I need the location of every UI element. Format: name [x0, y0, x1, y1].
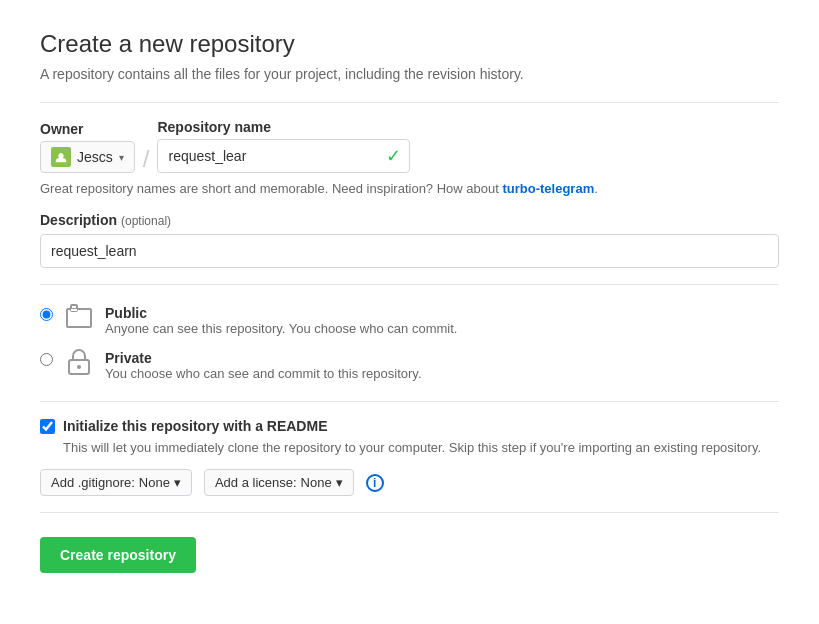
- description-optional: (optional): [121, 214, 171, 228]
- create-repository-button[interactable]: Create repository: [40, 537, 196, 573]
- svg-rect-2: [71, 309, 77, 311]
- gitignore-label: Add .gitignore:: [51, 475, 135, 490]
- public-details: Public Anyone can see this repository. Y…: [105, 305, 457, 336]
- private-title: Private: [105, 350, 422, 366]
- license-label: Add a license:: [215, 475, 297, 490]
- init-label: Initialize this repository with a README: [63, 418, 327, 434]
- page-title: Create a new repository: [40, 30, 779, 58]
- info-icon[interactable]: i: [366, 474, 384, 492]
- owner-svg-icon: [54, 150, 68, 164]
- page-container: Create a new repository A repository con…: [0, 0, 819, 603]
- repo-input-wrapper: request_lear ✓: [157, 139, 410, 173]
- submit-section: Create repository: [40, 537, 779, 573]
- owner-field-group: Owner Jescs ▾: [40, 121, 135, 173]
- visibility-private-option: Private You choose who can see and commi…: [40, 350, 779, 381]
- check-icon: ✓: [378, 140, 409, 172]
- license-value: None: [301, 475, 332, 490]
- private-icon: [63, 346, 95, 378]
- description-label: Description(optional): [40, 212, 779, 228]
- license-caret-icon: ▾: [336, 475, 343, 490]
- divider-visibility: [40, 284, 779, 285]
- gitignore-dropdown[interactable]: Add .gitignore: None ▾: [40, 469, 192, 496]
- owner-avatar-icon: [51, 147, 71, 167]
- init-section: Initialize this repository with a README…: [40, 418, 779, 496]
- visibility-public-radio[interactable]: [40, 308, 53, 321]
- divider-top: [40, 102, 779, 103]
- visibility-public-option: Public Anyone can see this repository. Y…: [40, 305, 779, 336]
- public-icon: [63, 301, 95, 333]
- private-details: Private You choose who can see and commi…: [105, 350, 422, 381]
- visibility-private-radio[interactable]: [40, 353, 53, 366]
- hint-after: .: [594, 181, 598, 196]
- init-checkbox-row: Initialize this repository with a README: [40, 418, 779, 434]
- description-input[interactable]: [40, 234, 779, 268]
- hint-text: Great repository names are short and mem…: [40, 181, 779, 196]
- extras-row: Add .gitignore: None ▾ Add a license: No…: [40, 469, 779, 496]
- divider-init: [40, 401, 779, 402]
- svg-rect-0: [67, 309, 91, 327]
- private-desc: You choose who can see and commit to thi…: [105, 366, 422, 381]
- slash-separator: /: [143, 147, 150, 173]
- owner-repo-row: Owner Jescs ▾ / Repository name request_…: [40, 119, 779, 173]
- hint-before: Great repository names are short and mem…: [40, 181, 502, 196]
- init-desc: This will let you immediately clone the …: [63, 440, 779, 455]
- gitignore-caret-icon: ▾: [174, 475, 181, 490]
- license-dropdown[interactable]: Add a license: None ▾: [204, 469, 354, 496]
- visibility-section: Public Anyone can see this repository. Y…: [40, 305, 779, 381]
- gitignore-value: None: [139, 475, 170, 490]
- owner-dropdown[interactable]: Jescs ▾: [40, 141, 135, 173]
- divider-submit: [40, 512, 779, 513]
- public-title: Public: [105, 305, 457, 321]
- owner-caret-icon: ▾: [119, 152, 124, 163]
- owner-label: Owner: [40, 121, 135, 137]
- init-checkbox[interactable]: [40, 419, 55, 434]
- owner-name: Jescs: [77, 149, 113, 165]
- hint-suggestion[interactable]: turbo-telegram: [502, 181, 594, 196]
- page-subtitle: A repository contains all the files for …: [40, 66, 779, 82]
- description-section: Description(optional): [40, 212, 779, 268]
- owner-repo-section: Owner Jescs ▾ / Repository name request_…: [40, 119, 779, 196]
- repo-name-input[interactable]: request_lear: [158, 143, 378, 169]
- svg-point-4: [77, 365, 81, 369]
- repo-field-group: Repository name request_lear ✓: [157, 119, 410, 173]
- repo-label: Repository name: [157, 119, 410, 135]
- public-desc: Anyone can see this repository. You choo…: [105, 321, 457, 336]
